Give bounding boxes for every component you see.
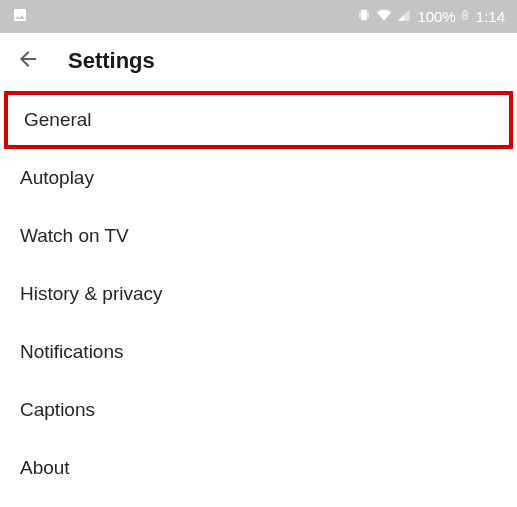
status-bar-left: [12, 7, 28, 26]
signal-icon: [397, 8, 411, 25]
settings-item-history-privacy[interactable]: History & privacy: [0, 265, 517, 323]
page-title: Settings: [68, 48, 155, 74]
settings-item-about[interactable]: About: [0, 439, 517, 497]
settings-item-watch-on-tv[interactable]: Watch on TV: [0, 207, 517, 265]
settings-item-notifications[interactable]: Notifications: [0, 323, 517, 381]
settings-item-label: Captions: [20, 399, 95, 421]
status-bar-right: 100% 1:14: [357, 7, 505, 26]
settings-item-captions[interactable]: Captions: [0, 381, 517, 439]
arrow-left-icon: [16, 47, 40, 75]
settings-item-general[interactable]: General: [4, 91, 513, 149]
app-header: Settings: [0, 33, 517, 89]
clock-time: 1:14: [476, 8, 505, 25]
settings-item-label: Autoplay: [20, 167, 94, 189]
picture-icon: [12, 7, 28, 26]
status-bar: 100% 1:14: [0, 0, 517, 33]
vibrate-icon: [357, 7, 371, 26]
settings-item-label: About: [20, 457, 70, 479]
settings-item-label: Watch on TV: [20, 225, 129, 247]
settings-list: General Autoplay Watch on TV History & p…: [0, 89, 517, 497]
back-button[interactable]: [16, 49, 40, 73]
wifi-icon: [375, 8, 393, 25]
settings-item-label: History & privacy: [20, 283, 163, 305]
settings-item-autoplay[interactable]: Autoplay: [0, 149, 517, 207]
settings-item-label: Notifications: [20, 341, 124, 363]
battery-percent: 100%: [417, 8, 455, 25]
battery-icon: [460, 7, 470, 26]
settings-item-label: General: [24, 109, 92, 131]
